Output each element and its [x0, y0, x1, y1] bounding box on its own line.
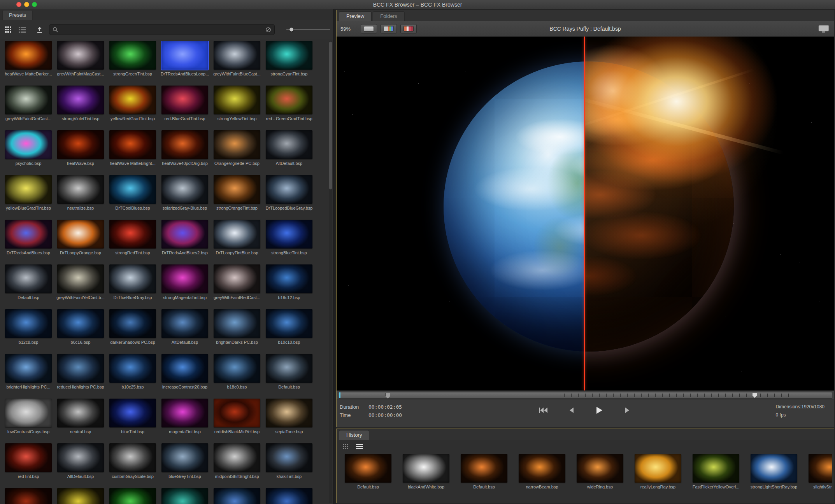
preset-item[interactable]: DrTRedsAndBlues2.bsp — [159, 220, 211, 264]
history-item[interactable]: Default.bsp — [458, 454, 510, 489]
history-item[interactable]: Default.bsp — [342, 454, 394, 489]
preset-item[interactable] — [159, 488, 211, 504]
preset-item[interactable]: DrTIceBlueGray.bsp — [107, 264, 159, 309]
preset-item[interactable]: b0c16.bsp — [54, 309, 107, 354]
preset-item[interactable]: DrTLoopedBlueGray.bsp — [263, 175, 315, 220]
preset-item[interactable]: increaseContrast20.bsp — [159, 354, 211, 399]
preset-item[interactable]: neutral.bsp — [54, 399, 107, 443]
preset-item[interactable]: red-BlueGradTint.bsp — [159, 86, 211, 130]
preset-item[interactable]: darkerShadows PC.bsp — [107, 309, 159, 354]
preset-item[interactable] — [211, 488, 263, 504]
preset-item[interactable]: lowContrastGrays.bsp — [2, 399, 54, 443]
preset-item[interactable]: Default.bsp — [263, 354, 315, 399]
preset-item[interactable]: reduceHighlights PC.bsp — [54, 354, 107, 399]
parent-folder-button[interactable] — [35, 24, 45, 35]
preset-item[interactable]: heatWave MatteBright... — [107, 130, 159, 175]
preset-item[interactable]: psychotic.bsp — [2, 130, 54, 175]
preset-item[interactable]: DrTCoolBlues.bsp — [107, 175, 159, 220]
preset-item[interactable]: strongVioletTint.bsp — [54, 86, 107, 130]
preset-item[interactable]: strongMagentaTint.bsp — [159, 264, 211, 309]
preset-item[interactable]: greyWithFaintBlueCast... — [211, 41, 263, 86]
preset-item[interactable]: strongOrangeTint.bsp — [211, 175, 263, 220]
preset-item[interactable]: b18c0.bsp — [211, 354, 263, 399]
preset-item[interactable] — [2, 488, 54, 504]
preset-item[interactable]: magentaTint.bsp — [159, 399, 211, 443]
panel-divider[interactable] — [333, 9, 336, 504]
preset-item[interactable]: solarizedGray-Blue.bsp — [159, 175, 211, 220]
preset-item[interactable]: AltDefault.bsp — [159, 309, 211, 354]
preset-item[interactable]: b12c8.bsp — [2, 309, 54, 354]
preset-item[interactable]: heatWave MatteDarker... — [2, 41, 54, 86]
preset-item[interactable]: DrTLoopyTintBlue.bsp — [211, 220, 263, 264]
preset-item[interactable]: b10c10.bsp — [263, 309, 315, 354]
history-item[interactable]: wideRing.bsp — [574, 454, 626, 489]
history-item[interactable]: reallyLongRay.bsp — [632, 454, 684, 489]
preset-item[interactable]: sepiaTone.bsp — [263, 399, 315, 443]
history-item[interactable]: slightlyStronger.bsp — [806, 454, 832, 489]
preset-item[interactable] — [54, 488, 107, 504]
preset-item[interactable]: strongRedTint.bsp — [107, 220, 159, 264]
preset-item[interactable]: DrTLoopyOrange.bsp — [54, 220, 107, 264]
history-item[interactable]: FastFlickerYellowOverl... — [690, 454, 742, 489]
history-list-view-button[interactable] — [354, 441, 365, 452]
preset-item[interactable]: brightenDarks PC.bsp — [211, 309, 263, 354]
tab-presets[interactable]: Presets — [2, 10, 33, 20]
preset-item[interactable] — [263, 488, 315, 504]
preset-item[interactable]: customGrayScale.bsp — [107, 443, 159, 488]
play-button[interactable] — [591, 404, 607, 416]
history-grid-view-button[interactable] — [340, 441, 351, 452]
preview-viewport[interactable] — [337, 37, 834, 390]
preset-item[interactable] — [107, 488, 159, 504]
tab-history[interactable]: History — [339, 430, 369, 440]
preset-item[interactable]: yellowBlueGradTint.bsp — [2, 175, 54, 220]
preset-item[interactable]: midpointShiftBright.bsp — [211, 443, 263, 488]
preset-item[interactable]: blueTint.bsp — [107, 399, 159, 443]
preset-item[interactable]: khakiTint.bsp — [263, 443, 315, 488]
presets-scrollbar[interactable] — [329, 41, 332, 503]
next-frame-button[interactable] — [619, 404, 635, 416]
preset-item[interactable]: strongGreenTint.bsp — [107, 41, 159, 86]
grid-view-button[interactable] — [3, 24, 13, 35]
view-compare-button[interactable] — [400, 24, 417, 33]
preset-item[interactable]: DrTRedsAndBlues.bsp — [2, 220, 54, 264]
tab-preview[interactable]: Preview — [339, 11, 372, 21]
preset-item[interactable]: Default.bsp — [2, 264, 54, 309]
preset-item[interactable]: red - GreenGradTint.bsp — [263, 86, 315, 130]
thumbnail-size-slider[interactable] — [286, 26, 330, 33]
preset-item[interactable]: DrTRedsAndBluesLoop... — [159, 41, 211, 86]
go-to-start-button[interactable] — [535, 404, 551, 416]
preset-item[interactable]: redTint.bsp — [2, 443, 54, 488]
search-input[interactable] — [61, 26, 263, 33]
preset-item[interactable]: AltDefault.bsp — [54, 443, 107, 488]
preset-item[interactable]: greyWithFaintYelCast.b... — [54, 264, 107, 309]
tab-folders[interactable]: Folders — [373, 11, 404, 21]
preset-item[interactable]: strongYellowTint.bsp — [211, 86, 263, 130]
preset-item[interactable]: strongBlueTint.bsp — [263, 220, 315, 264]
history-item[interactable]: strongLightShortRay.bsp — [748, 454, 800, 489]
history-item[interactable]: narrowBeam.bsp — [516, 454, 568, 489]
preset-item[interactable]: greyWithFaintGrnCast... — [2, 86, 54, 130]
preset-item[interactable]: reddishBlackMidYel.bsp — [211, 399, 263, 443]
preset-item[interactable]: brighterHighlights PC... — [2, 354, 54, 399]
view-split-button[interactable] — [381, 24, 397, 33]
preset-item[interactable]: b18c12.bsp — [263, 264, 315, 309]
preset-item[interactable]: yellowRedGradTint.bsp — [107, 86, 159, 130]
preset-item[interactable]: neutralize.bsp — [54, 175, 107, 220]
playhead[interactable] — [385, 393, 390, 399]
compare-split-line[interactable] — [584, 37, 585, 390]
preset-item[interactable]: heatWave.bsp — [54, 130, 107, 175]
scrubber-track[interactable] — [338, 392, 832, 399]
preset-item[interactable]: greyWithFaintMagCast... — [54, 41, 107, 86]
list-view-button[interactable] — [17, 24, 27, 35]
preset-item[interactable]: AltDefault.bsp — [263, 130, 315, 175]
preset-item[interactable]: OrangeVignette PC.bsp — [211, 130, 263, 175]
clear-filter-icon[interactable] — [265, 27, 271, 33]
previous-frame-button[interactable] — [563, 404, 579, 416]
slider-knob[interactable] — [289, 28, 293, 32]
preset-item[interactable]: greyWithFaintRedCast... — [211, 264, 263, 309]
preset-item[interactable]: blueGreyTint.bsp — [159, 443, 211, 488]
timeline-scrubber[interactable] — [337, 390, 834, 399]
view-single-button[interactable] — [361, 24, 377, 33]
preset-item[interactable]: strongCyanTint.bsp — [263, 41, 315, 86]
history-item[interactable]: blackAndWhite.bsp — [400, 454, 452, 489]
